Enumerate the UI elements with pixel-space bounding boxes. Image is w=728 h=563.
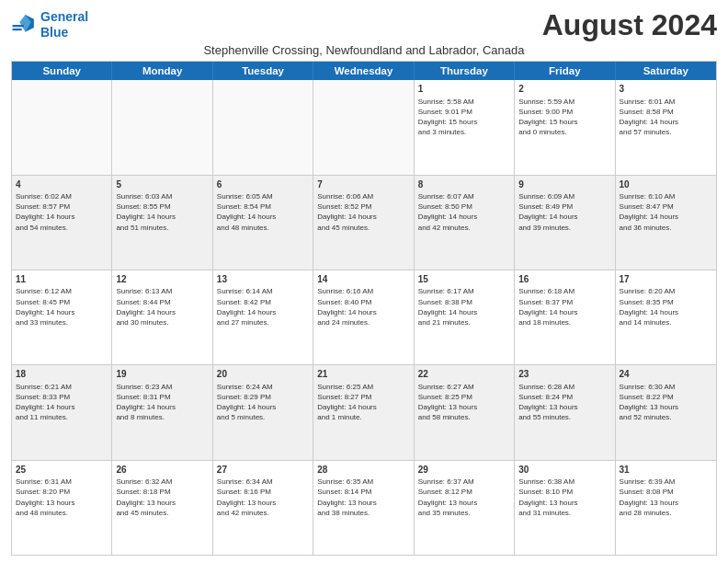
cal-cell-22: 22Sunrise: 6:27 AM Sunset: 8:25 PM Dayli… [415, 365, 515, 459]
cal-cell-27: 27Sunrise: 6:34 AM Sunset: 8:16 PM Dayli… [213, 461, 313, 555]
day-number-21: 21 [317, 368, 409, 381]
cell-info-11: Sunrise: 6:12 AM Sunset: 8:45 PM Dayligh… [16, 286, 108, 327]
cal-cell-10: 10Sunrise: 6:10 AM Sunset: 8:47 PM Dayli… [616, 176, 716, 270]
calendar: Sunday Monday Tuesday Wednesday Thursday… [11, 61, 717, 556]
cal-cell-30: 30Sunrise: 6:38 AM Sunset: 8:10 PM Dayli… [515, 461, 615, 555]
month-year: August 2024 [542, 9, 717, 41]
cal-cell-25: 25Sunrise: 6:31 AM Sunset: 8:20 PM Dayli… [12, 461, 112, 555]
header-sunday: Sunday [12, 62, 112, 80]
cal-cell-31: 31Sunrise: 6:39 AM Sunset: 8:08 PM Dayli… [616, 461, 716, 555]
day-number-4: 4 [16, 178, 108, 191]
cal-cell-21: 21Sunrise: 6:25 AM Sunset: 8:27 PM Dayli… [313, 365, 414, 459]
logo-line2: Blue [40, 25, 68, 40]
cell-info-19: Sunrise: 6:23 AM Sunset: 8:31 PM Dayligh… [116, 382, 208, 423]
cell-info-3: Sunrise: 6:01 AM Sunset: 8:58 PM Dayligh… [620, 97, 712, 138]
cal-cell-1: 1Sunrise: 5:58 AM Sunset: 9:01 PM Daylig… [415, 80, 515, 174]
header-saturday: Saturday [616, 62, 716, 80]
day-number-23: 23 [518, 368, 610, 381]
cal-row-2: 11Sunrise: 6:12 AM Sunset: 8:45 PM Dayli… [12, 270, 716, 364]
day-number-5: 5 [116, 178, 208, 191]
cal-cell-19: 19Sunrise: 6:23 AM Sunset: 8:31 PM Dayli… [112, 365, 212, 459]
cal-cell-empty-0-0 [12, 80, 112, 174]
cell-info-22: Sunrise: 6:27 AM Sunset: 8:25 PM Dayligh… [418, 382, 510, 423]
header-thursday: Thursday [415, 62, 515, 80]
day-number-19: 19 [116, 368, 208, 381]
day-number-10: 10 [620, 178, 712, 191]
day-number-24: 24 [620, 368, 712, 381]
cell-info-10: Sunrise: 6:10 AM Sunset: 8:47 PM Dayligh… [620, 191, 712, 233]
cell-info-14: Sunrise: 6:16 AM Sunset: 8:40 PM Dayligh… [317, 286, 409, 327]
header-tuesday: Tuesday [213, 62, 313, 80]
cal-cell-9: 9Sunrise: 6:09 AM Sunset: 8:49 PM Daylig… [515, 176, 615, 270]
cell-info-23: Sunrise: 6:28 AM Sunset: 8:24 PM Dayligh… [518, 382, 610, 423]
cal-row-1: 4Sunrise: 6:02 AM Sunset: 8:57 PM Daylig… [12, 175, 716, 270]
cell-info-25: Sunrise: 6:31 AM Sunset: 8:20 PM Dayligh… [16, 477, 108, 518]
day-number-18: 18 [16, 368, 108, 381]
cal-cell-28: 28Sunrise: 6:35 AM Sunset: 8:14 PM Dayli… [313, 461, 414, 555]
cal-row-4: 25Sunrise: 6:31 AM Sunset: 8:20 PM Dayli… [12, 460, 716, 555]
cal-cell-24: 24Sunrise: 6:30 AM Sunset: 8:22 PM Dayli… [616, 365, 716, 459]
title-block: August 2024 [542, 9, 717, 41]
svg-rect-4 [13, 29, 22, 30]
cal-cell-8: 8Sunrise: 6:07 AM Sunset: 8:50 PM Daylig… [415, 176, 515, 270]
cell-info-30: Sunrise: 6:38 AM Sunset: 8:10 PM Dayligh… [518, 477, 610, 518]
header: General Blue August 2024 [11, 9, 717, 41]
day-number-12: 12 [116, 273, 208, 286]
day-number-28: 28 [317, 464, 409, 477]
cal-cell-11: 11Sunrise: 6:12 AM Sunset: 8:45 PM Dayli… [12, 270, 112, 364]
calendar-body: 1Sunrise: 5:58 AM Sunset: 9:01 PM Daylig… [12, 80, 716, 555]
day-number-6: 6 [217, 178, 309, 191]
day-number-15: 15 [418, 273, 510, 286]
cell-info-15: Sunrise: 6:17 AM Sunset: 8:38 PM Dayligh… [418, 286, 510, 327]
cal-cell-2: 2Sunrise: 5:59 AM Sunset: 9:00 PM Daylig… [515, 80, 615, 174]
cal-cell-26: 26Sunrise: 6:32 AM Sunset: 8:18 PM Dayli… [112, 461, 212, 555]
cal-cell-23: 23Sunrise: 6:28 AM Sunset: 8:24 PM Dayli… [515, 365, 615, 459]
day-number-29: 29 [418, 464, 510, 477]
cell-info-5: Sunrise: 6:03 AM Sunset: 8:55 PM Dayligh… [116, 191, 208, 233]
page: General Blue August 2024 Stephenville Cr… [0, 0, 728, 563]
cell-info-4: Sunrise: 6:02 AM Sunset: 8:57 PM Dayligh… [16, 191, 108, 233]
cell-info-20: Sunrise: 6:24 AM Sunset: 8:29 PM Dayligh… [217, 382, 309, 423]
header-friday: Friday [515, 62, 615, 80]
day-number-3: 3 [620, 83, 712, 96]
cell-info-8: Sunrise: 6:07 AM Sunset: 8:50 PM Dayligh… [418, 191, 510, 233]
day-number-20: 20 [217, 368, 309, 381]
cal-cell-14: 14Sunrise: 6:16 AM Sunset: 8:40 PM Dayli… [313, 270, 414, 364]
cal-cell-20: 20Sunrise: 6:24 AM Sunset: 8:29 PM Dayli… [213, 365, 313, 459]
cal-cell-12: 12Sunrise: 6:13 AM Sunset: 8:44 PM Dayli… [112, 270, 212, 364]
cal-cell-3: 3Sunrise: 6:01 AM Sunset: 8:58 PM Daylig… [616, 80, 716, 174]
logo: General Blue [11, 9, 88, 40]
day-number-30: 30 [518, 464, 610, 477]
cell-info-12: Sunrise: 6:13 AM Sunset: 8:44 PM Dayligh… [116, 286, 208, 327]
day-number-9: 9 [518, 178, 610, 191]
logo-line1: General [40, 9, 88, 24]
cell-info-13: Sunrise: 6:14 AM Sunset: 8:42 PM Dayligh… [217, 286, 309, 327]
calendar-header: Sunday Monday Tuesday Wednesday Thursday… [12, 62, 716, 80]
logo-text: General Blue [40, 9, 88, 40]
cal-cell-18: 18Sunrise: 6:21 AM Sunset: 8:33 PM Dayli… [12, 365, 112, 459]
cal-cell-4: 4Sunrise: 6:02 AM Sunset: 8:57 PM Daylig… [12, 176, 112, 270]
header-wednesday: Wednesday [313, 62, 414, 80]
day-number-8: 8 [418, 178, 510, 191]
cal-cell-5: 5Sunrise: 6:03 AM Sunset: 8:55 PM Daylig… [112, 176, 212, 270]
cell-info-6: Sunrise: 6:05 AM Sunset: 8:54 PM Dayligh… [217, 191, 309, 233]
cell-info-17: Sunrise: 6:20 AM Sunset: 8:35 PM Dayligh… [620, 286, 712, 327]
day-number-14: 14 [317, 273, 409, 286]
cal-cell-6: 6Sunrise: 6:05 AM Sunset: 8:54 PM Daylig… [213, 176, 313, 270]
day-number-7: 7 [317, 178, 409, 191]
cell-info-7: Sunrise: 6:06 AM Sunset: 8:52 PM Dayligh… [317, 191, 409, 233]
cal-cell-empty-0-2 [213, 80, 313, 174]
cal-row-3: 18Sunrise: 6:21 AM Sunset: 8:33 PM Dayli… [12, 364, 716, 459]
cell-info-9: Sunrise: 6:09 AM Sunset: 8:49 PM Dayligh… [518, 191, 610, 233]
cal-row-0: 1Sunrise: 5:58 AM Sunset: 9:01 PM Daylig… [12, 80, 716, 174]
cell-info-18: Sunrise: 6:21 AM Sunset: 8:33 PM Dayligh… [16, 382, 108, 423]
day-number-22: 22 [418, 368, 510, 381]
cell-info-24: Sunrise: 6:30 AM Sunset: 8:22 PM Dayligh… [620, 382, 712, 423]
cal-cell-17: 17Sunrise: 6:20 AM Sunset: 8:35 PM Dayli… [616, 270, 716, 364]
cal-cell-13: 13Sunrise: 6:14 AM Sunset: 8:42 PM Dayli… [213, 270, 313, 364]
day-number-13: 13 [217, 273, 309, 286]
cell-info-21: Sunrise: 6:25 AM Sunset: 8:27 PM Dayligh… [317, 382, 409, 423]
cal-cell-7: 7Sunrise: 6:06 AM Sunset: 8:52 PM Daylig… [313, 176, 414, 270]
day-number-11: 11 [16, 273, 108, 286]
logo-icon [11, 12, 37, 38]
